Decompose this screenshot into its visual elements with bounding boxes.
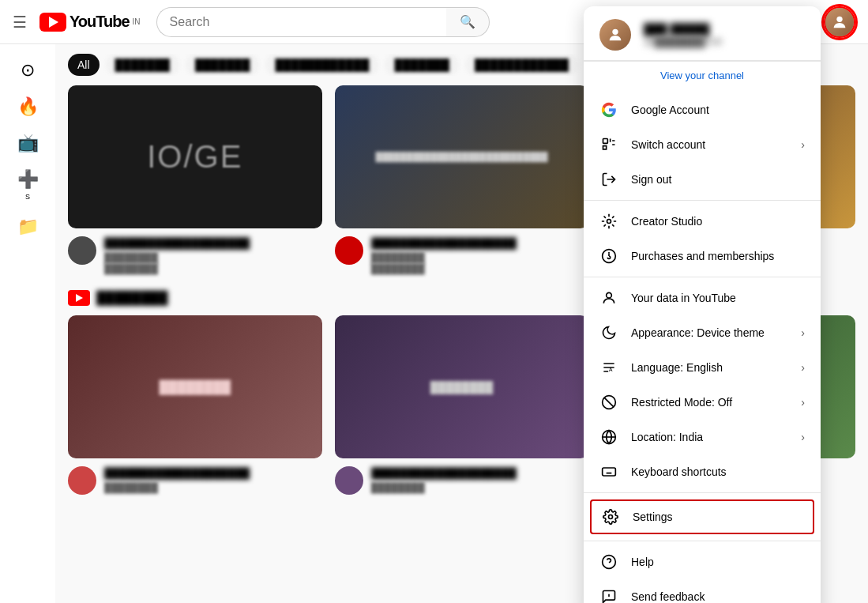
- subscriptions-icon: 📺: [17, 133, 39, 153]
- section-logo: [68, 290, 90, 306]
- profile-email: @███████330: [644, 36, 805, 47]
- menu-item-restricted[interactable]: Restricted Mode: Off ›: [584, 385, 821, 420]
- menu-item-appearance[interactable]: Appearance: Device theme ›: [584, 315, 821, 350]
- view-channel-link[interactable]: View your channel: [584, 61, 821, 89]
- avatar-button[interactable]: [824, 6, 855, 38]
- sidebar-item-library[interactable]: 📁: [0, 210, 55, 243]
- chip-1[interactable]: ███████: [106, 54, 179, 76]
- feedback-label: Send feedback: [631, 590, 805, 603]
- video-thumbnail: ████████: [68, 315, 322, 458]
- video-card[interactable]: ████████████████████████████ ███████████…: [335, 85, 589, 274]
- video-channel: ████████: [371, 482, 589, 493]
- svg-point-4: [607, 220, 611, 224]
- svg-point-6: [607, 292, 612, 298]
- menu-item-settings[interactable]: Settings: [592, 501, 813, 533]
- sidebar-item-s-label: S: [25, 193, 30, 201]
- appearance-label: Appearance: Device theme: [631, 326, 788, 339]
- chip-all[interactable]: All: [68, 54, 100, 76]
- menu-item-keyboard[interactable]: Keyboard shortcuts: [584, 454, 821, 489]
- video-thumbnail: ████████: [335, 315, 589, 458]
- sidebar-item-home[interactable]: ⊙: [0, 54, 55, 87]
- profile-avatar: [599, 19, 631, 51]
- menu-item-location[interactable]: Location: India ›: [584, 420, 821, 454]
- video-thumbnail: ████████████████████████████: [335, 85, 589, 228]
- home-icon: ⊙: [21, 60, 35, 81]
- keyboard-label: Keyboard shortcuts: [631, 465, 805, 478]
- video-channel: ████████: [104, 482, 322, 493]
- creator-studio-icon: [599, 212, 618, 231]
- search-button[interactable]: 🔍: [446, 7, 490, 37]
- channel-avatar: [335, 466, 363, 495]
- video-card[interactable]: ████████ ████████████████████ ████████: [335, 315, 589, 495]
- youtube-logo-icon: [39, 13, 66, 32]
- profile-info: ███ █████ @███████330: [644, 23, 805, 47]
- sidebar-item-add[interactable]: ➕ S: [0, 163, 55, 207]
- channel-avatar: [335, 236, 363, 265]
- video-info: ████████████████████ ████████: [68, 466, 322, 495]
- video-card[interactable]: ████████ ████████████████████ ████████: [68, 315, 322, 495]
- keyboard-icon: [599, 462, 618, 481]
- play-icon: [49, 17, 58, 28]
- language-icon: A: [599, 358, 618, 377]
- search-input[interactable]: [156, 7, 447, 37]
- location-label: Location: India: [631, 431, 788, 443]
- restricted-label: Restricted Mode: Off: [631, 396, 788, 409]
- library-icon: 📁: [17, 217, 39, 237]
- section-play-icon: [76, 294, 83, 302]
- video-title: ████████████████████: [104, 236, 322, 251]
- sidebar-item-explore[interactable]: 🔥: [0, 90, 55, 123]
- menu-section-settings: Settings: [584, 493, 821, 541]
- menu-item-purchases[interactable]: Purchases and memberships: [584, 239, 821, 273]
- video-channel: ████████: [104, 252, 322, 263]
- chip-5[interactable]: ████████████: [465, 54, 578, 76]
- profile-name: ███ █████: [644, 23, 805, 36]
- menu-item-feedback[interactable]: Send feedback: [584, 579, 821, 603]
- your-data-icon: [599, 288, 618, 307]
- chip-2[interactable]: ███████: [186, 54, 259, 76]
- google-account-label: Google Account: [631, 104, 805, 116]
- switch-account-icon: [599, 135, 618, 154]
- logo-country: IN: [133, 17, 141, 26]
- chip-4[interactable]: ███████: [385, 54, 458, 76]
- menu-section-preferences: Your data in YouTube Appearance: Device …: [584, 277, 821, 493]
- menu-item-switch-account[interactable]: Switch account ›: [584, 127, 821, 162]
- logo[interactable]: YouTubeIN: [39, 13, 141, 32]
- profile-section: ███ █████ @███████330: [584, 6, 821, 61]
- menu-section-help: Help Send feedback: [584, 541, 821, 603]
- restricted-arrow: ›: [801, 396, 805, 409]
- video-views: ████████: [371, 263, 589, 274]
- menu-item-google-account[interactable]: Google Account: [584, 92, 821, 127]
- feedback-icon: [599, 587, 618, 603]
- chip-3[interactable]: ████████████: [265, 54, 378, 76]
- menu-item-your-data[interactable]: Your data in YouTube: [584, 281, 821, 315]
- add-icon: ➕: [17, 169, 39, 190]
- explore-icon: 🔥: [17, 96, 39, 117]
- purchases-label: Purchases and memberships: [631, 250, 805, 262]
- sign-out-label: Sign out: [631, 173, 805, 186]
- menu-item-help[interactable]: Help: [584, 545, 821, 579]
- help-label: Help: [631, 556, 805, 568]
- switch-account-arrow: ›: [801, 138, 805, 151]
- menu-item-sign-out[interactable]: Sign out: [584, 162, 821, 197]
- menu-item-creator-studio[interactable]: Creator Studio: [584, 204, 821, 239]
- sidebar: ⊙ 🔥 📺 ➕ S 📁: [0, 44, 55, 603]
- menu-item-language[interactable]: A Language: English ›: [584, 350, 821, 385]
- dropdown-menu: ███ █████ @███████330 View your channel …: [584, 6, 821, 603]
- video-thumbnail: IO/GE: [68, 85, 322, 228]
- switch-account-label: Switch account: [631, 138, 788, 151]
- menu-icon[interactable]: ☰: [13, 13, 27, 32]
- video-views: ████████: [104, 263, 322, 274]
- svg-point-1: [612, 29, 618, 35]
- svg-line-9: [604, 398, 614, 407]
- video-title: ████████████████████: [371, 466, 589, 481]
- avatar: [825, 8, 854, 36]
- menu-item-settings-highlighted[interactable]: Settings: [590, 499, 814, 534]
- sidebar-item-subscriptions[interactable]: 📺: [0, 126, 55, 160]
- svg-rect-12: [603, 468, 616, 476]
- svg-text:A: A: [609, 367, 613, 372]
- svg-rect-2: [603, 139, 608, 144]
- help-icon: [599, 552, 618, 571]
- location-icon: [599, 428, 618, 447]
- settings-icon: [601, 507, 620, 526]
- video-card[interactable]: IO/GE ████████████████████ ████████ ████…: [68, 85, 322, 274]
